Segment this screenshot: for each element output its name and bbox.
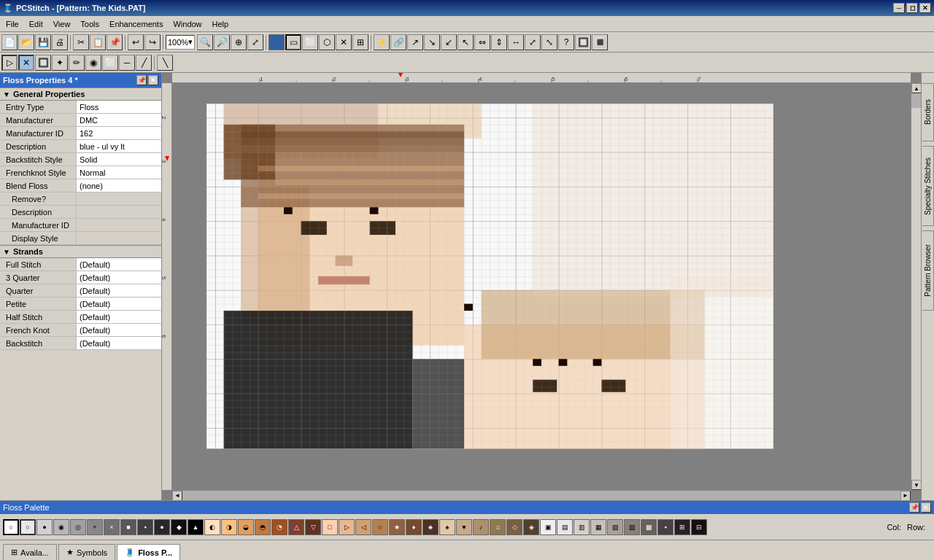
swatch-38[interactable]: ▩ [641,519,657,535]
fill-tool[interactable]: ─ [119,55,135,71]
swatch-9[interactable]: ● [154,519,170,535]
select-tool[interactable]: ▷ [1,55,18,71]
zoom-selector[interactable]: 100% ▾ [166,35,195,50]
swatch-29[interactable]: ♫ [490,519,506,535]
minimize-button[interactable]: ─ [893,3,905,13]
swatch-17[interactable]: △ [288,519,304,535]
tab-symbols[interactable]: ★ Symbols [58,544,115,560]
swatch-8[interactable]: ▪ [137,519,153,535]
cross-btn[interactable]: ✕ [336,34,352,50]
swatch-34[interactable]: ▥ [574,519,590,535]
swatch-10[interactable]: ◆ [171,519,187,535]
swatch-19[interactable]: □ [322,519,338,535]
pin-button[interactable]: 📌 [136,75,147,85]
swatch-23[interactable]: ★ [389,519,405,535]
zoom-cursor-button[interactable]: ⊕ [231,34,247,50]
swatch-26[interactable]: ♠ [439,519,455,535]
swatch-20[interactable]: ▷ [339,519,355,535]
select-btn[interactable]: ▭ [285,34,301,50]
backstitch-tool[interactable]: ╲ [157,55,173,71]
swatch-30[interactable]: ◇ [506,519,522,535]
paste-button[interactable]: 📌 [107,34,123,50]
zoom-fit-button[interactable]: ⤢ [247,34,263,50]
swatch-14[interactable]: ◒ [238,519,254,535]
general-toggle[interactable]: ▼ [3,90,10,98]
specialty-stitches-tab[interactable]: Specialty Stitches [922,146,934,226]
grid-btn[interactable]: ⊞ [352,34,368,50]
swatch-36[interactable]: ▧ [607,519,623,535]
swatch-40[interactable]: ⊞ [674,519,690,535]
tool12[interactable]: ? [558,34,574,50]
restore-button[interactable]: ◻ [906,3,918,13]
tool6[interactable]: ↖ [458,34,474,50]
pencil-tool[interactable]: ✏ [69,55,85,71]
menu-view[interactable]: View [49,18,75,30]
swatch-21[interactable]: ◁ [355,519,371,535]
canvas-content[interactable] [172,83,911,490]
swatch-31[interactable]: ◈ [523,519,539,535]
menu-window[interactable]: Window [169,18,206,30]
ellipse-btn[interactable]: ⬡ [319,34,335,50]
swatch-12[interactable]: ◐ [204,519,220,535]
swatch-39[interactable]: ▪ [657,519,674,535]
close-button[interactable]: ✕ [919,3,931,13]
color-btn[interactable] [269,34,285,50]
tab-floss-properties[interactable]: 🧵 Floss P... [117,544,180,560]
redo-button[interactable]: ↪ [144,34,161,50]
menu-enhancements[interactable]: Enhancements [105,18,167,30]
scroll-track-v[interactable] [911,93,921,108]
zoom-dropdown-icon[interactable]: ▾ [188,37,193,47]
tool1[interactable]: ⚡ [374,34,390,50]
palette-close-button[interactable]: ✕ [921,502,931,513]
tool4[interactable]: ↘ [424,34,440,50]
copy-button[interactable]: 📋 [90,34,106,50]
palette-pin-button[interactable]: 📌 [909,502,919,513]
swatch-2[interactable]: ● [36,519,53,535]
swatch-13[interactable]: ◑ [221,519,237,535]
horizontal-scrollbar[interactable]: ◄ ► [172,490,911,500]
swatch-7[interactable]: ■ [120,519,136,535]
zoom-in-button[interactable]: 🔎 [214,34,230,50]
swatch-27[interactable]: ♥ [456,519,472,535]
rect-select-btn[interactable]: ⬜ [302,34,318,50]
swatch-16[interactable]: ◔ [271,519,287,535]
vertical-scrollbar[interactable]: ▲ ▼ [911,83,921,490]
swatch-28[interactable]: ♪ [473,519,489,535]
tab-available[interactable]: ⊞ Availa... [3,544,57,560]
pattern-browser-tab[interactable]: Pattern Browser [922,230,934,311]
swatch-15[interactable]: ◓ [255,519,271,535]
scroll-down-button[interactable]: ▼ [911,480,921,490]
scroll-up-button[interactable]: ▲ [911,83,921,93]
print-button[interactable]: 🖨 [52,34,68,50]
menu-edit[interactable]: Edit [25,18,47,30]
swatch-41[interactable]: ⊟ [691,519,707,535]
menu-help[interactable]: Help [208,18,234,30]
line-tool[interactable]: ╱ [136,55,152,71]
tool2[interactable]: 🔗 [390,34,406,50]
swatch-35[interactable]: ▦ [590,519,606,535]
swatch-6[interactable]: × [104,519,120,535]
swatch-18[interactable]: ▽ [305,519,321,535]
scroll-right-button[interactable]: ► [900,491,911,501]
swatch-22[interactable]: ☆ [372,519,388,535]
eraser-tool[interactable]: ⬜ [102,55,118,71]
swatch-11[interactable]: ▲ [188,519,204,535]
tool11[interactable]: ⤡ [541,34,557,50]
brush-tool[interactable]: ◉ [85,55,101,71]
swatch-24[interactable]: ♦ [406,519,422,535]
swatch-0[interactable]: ○ [3,519,19,535]
swatch-5[interactable]: + [87,519,103,535]
swatch-1[interactable]: ○ [20,519,36,535]
swatch-25[interactable]: ♣ [422,519,439,535]
menu-file[interactable]: File [1,18,23,30]
swatch-37[interactable]: ▨ [624,519,640,535]
tool13[interactable]: 🔲 [575,34,591,50]
zoom-out-button[interactable]: 🔍 [197,34,213,50]
close-panel-button[interactable]: ✕ [148,75,158,85]
save-button[interactable]: 💾 [35,34,51,50]
borders-tab[interactable]: Borders [922,83,934,141]
swatch-32[interactable]: ▣ [540,519,556,535]
strands-toggle[interactable]: ▼ [3,248,10,256]
magic-wand-tool[interactable]: ✦ [52,55,68,71]
new-button[interactable]: 📄 [1,34,18,50]
